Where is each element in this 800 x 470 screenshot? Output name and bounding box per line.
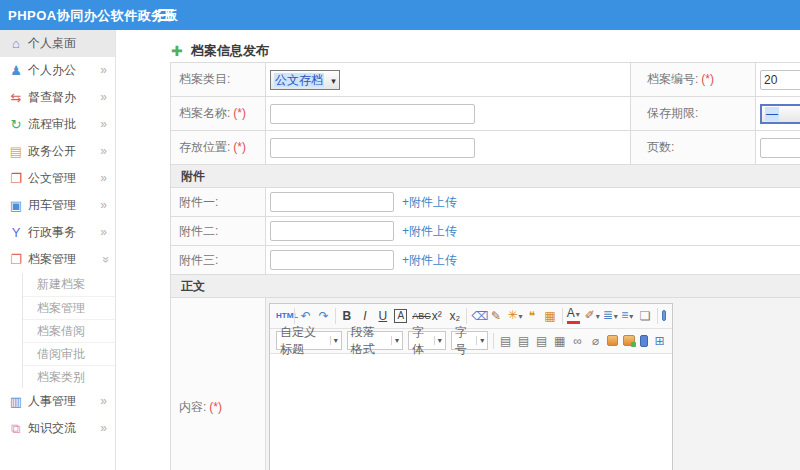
topbar: PHPOA协同办公软件政务版 — [0, 0, 800, 30]
insert-image-icon[interactable] — [607, 335, 618, 346]
paragraph-format-combo[interactable]: 段落格式▾ — [347, 331, 403, 350]
editor-toolbar-row2: 自定义标题▾ 段落格式▾ 字体▾ 字号▾ ▤ ▤ ▤ ▦ ∞ ⌀ — [270, 329, 672, 354]
archive-submenu: 新建档案 档案管理 档案借阅 借阅审批 档案类别 — [22, 273, 115, 388]
home-icon: ⌂ — [8, 30, 24, 57]
link-icon[interactable]: ∞ — [571, 332, 584, 350]
rich-text-editor: HTML ↶ ↷ B I U A ABC x² x₂ ⌫ — [269, 303, 673, 470]
format-brush-icon[interactable]: ✎ — [490, 307, 503, 325]
location-label: 存放位置:(*) — [171, 131, 266, 165]
unlink-icon[interactable]: ⌀ — [589, 332, 602, 350]
attachment3-input[interactable] — [270, 250, 394, 270]
blockquote-icon[interactable]: ❝ — [526, 307, 539, 325]
category-select[interactable]: 公文存档 ▾ — [270, 70, 340, 90]
bold-button[interactable]: B — [340, 307, 353, 325]
submenu-item-archive-borrow[interactable]: 档案借阅 — [23, 319, 115, 342]
ordered-list-button[interactable]: ≣▾ — [603, 306, 616, 326]
shuffle-icon: ⇆ — [8, 84, 24, 111]
chevron-right-icon: » — [100, 415, 107, 442]
subscript-button[interactable]: x₂ — [448, 307, 461, 325]
fullscreen-icon[interactable] — [662, 310, 666, 321]
font-size-combo[interactable]: 字号▾ — [451, 331, 489, 350]
underline-button[interactable]: U — [376, 307, 389, 325]
chevron-right-icon: » — [100, 57, 107, 84]
car-icon: ▣ — [8, 192, 24, 219]
justify-button[interactable]: ▦ — [553, 332, 566, 350]
user-icon: ♟ — [8, 57, 24, 84]
font-color-button[interactable]: A▾ — [567, 307, 580, 324]
sidebar-item-label: 用车管理 — [28, 198, 76, 212]
superscript-button[interactable]: x² — [430, 307, 443, 325]
sidebar-item-hr-mgmt[interactable]: ▥ 人事管理 » — [0, 388, 115, 415]
sidebar-item-personal-office[interactable]: ♟ 个人办公 » — [0, 57, 115, 84]
font-border-button[interactable]: A — [394, 309, 407, 323]
align-center-button[interactable]: ▤ — [517, 332, 530, 350]
table-row: 正文 — [171, 275, 800, 298]
pages-label: 页数: — [631, 131, 756, 165]
editor-content-area[interactable] — [270, 354, 672, 470]
period-select[interactable]: — — [760, 104, 800, 124]
eraser-icon[interactable]: ⌫ — [472, 307, 485, 325]
chevron-right-icon: » — [100, 111, 107, 138]
pages-input[interactable] — [760, 138, 800, 158]
attachment1-upload-link[interactable]: +附件上传 — [402, 195, 457, 209]
number-label: 档案编号:(*) — [631, 63, 756, 97]
location-input[interactable] — [270, 138, 475, 158]
sidebar-item-label: 政务公开 — [28, 144, 76, 158]
category-selected-value: 公文存档 — [274, 73, 324, 87]
attachment3-upload-link[interactable]: +附件上传 — [402, 253, 457, 267]
attachment2-input[interactable] — [270, 221, 394, 241]
refresh-icon: ↻ — [8, 111, 24, 138]
chevron-right-icon: » — [100, 192, 107, 219]
align-left-button[interactable]: ▤ — [499, 332, 512, 350]
strikethrough-button[interactable]: ABC — [412, 307, 425, 325]
insert-table-icon[interactable]: ⊞ — [653, 332, 666, 350]
table-row: 附件二: +附件上传 — [171, 217, 800, 246]
align-right-button[interactable]: ▤ — [535, 332, 548, 350]
sidebar-item-supervision[interactable]: ⇆ 督查督办 » — [0, 84, 115, 111]
font-family-combo[interactable]: 字体▾ — [408, 331, 446, 350]
sidebar-item-personal-desktop[interactable]: ⌂ 个人桌面 — [0, 30, 115, 57]
attachment2-upload-link[interactable]: +附件上传 — [402, 224, 457, 238]
plus-icon: ✚ — [171, 43, 183, 59]
editor-toolbar-row1: HTML ↶ ↷ B I U A ABC x² x₂ ⌫ — [270, 304, 672, 329]
hamburger-menu-icon[interactable] — [158, 9, 174, 21]
table-row: 附件三: +附件上传 — [171, 246, 800, 275]
submenu-item-borrow-approval[interactable]: 借阅审批 — [23, 342, 115, 365]
page-title: ✚ 档案信息发布 — [171, 41, 269, 59]
body-section-header: 正文 — [171, 275, 800, 298]
custom-title-combo[interactable]: 自定义标题▾ — [276, 331, 342, 350]
sidebar-item-official-docs[interactable]: ❐ 公文管理 » — [0, 165, 115, 192]
undo-icon[interactable]: ↶ — [299, 307, 312, 325]
table-row: 档案类目: 公文存档 ▾ 档案编号:(*) — [171, 63, 800, 97]
sidebar-item-label: 个人办公 — [28, 63, 76, 77]
book-icon: ▥ — [8, 388, 24, 415]
submenu-item-new-archive[interactable]: 新建档案 — [23, 273, 115, 296]
attachment1-input[interactable] — [270, 192, 394, 212]
unordered-list-button[interactable]: ≡▾ — [621, 306, 634, 326]
insert-media-icon[interactable] — [640, 335, 648, 347]
page-break-icon[interactable]: ❏ — [639, 307, 652, 325]
date-icon[interactable]: ▦ — [544, 307, 557, 325]
content-label: 内容:(*) — [171, 298, 266, 470]
autotypeset-icon[interactable]: ✳▾ — [508, 306, 521, 326]
submenu-item-archive-mgmt[interactable]: 档案管理 — [23, 296, 115, 319]
table-row: 内容:(*) HTML ↶ ↷ B I U A ABC x² — [171, 298, 800, 470]
upload-image-icon[interactable] — [623, 335, 634, 346]
sidebar-item-vehicle-mgmt[interactable]: ▣ 用车管理 » — [0, 192, 115, 219]
main-content: ✚ 档案信息发布 档案类目: 公文存档 ▾ 档案编号:(*) 档案名称:(*) … — [117, 30, 800, 470]
number-input[interactable] — [760, 70, 800, 90]
archive-folder-icon: ❐ — [8, 246, 24, 273]
sidebar-item-gov-disclosure[interactable]: ▤ 政务公开 » — [0, 138, 115, 165]
sidebar-item-knowledge-exchange[interactable]: ⧉ 知识交流 » — [0, 415, 115, 442]
submenu-item-archive-category[interactable]: 档案类别 — [23, 365, 115, 388]
redo-icon[interactable]: ↷ — [317, 307, 330, 325]
sidebar-item-archive-mgmt[interactable]: ❐ 档案管理 » — [0, 246, 115, 273]
sidebar-item-workflow-approval[interactable]: ↻ 流程审批 » — [0, 111, 115, 138]
html-source-button[interactable]: HTML — [276, 307, 289, 325]
sidebar-item-admin-affairs[interactable]: Y 行政事务 » — [0, 219, 115, 246]
name-input[interactable] — [270, 104, 475, 124]
highlight-pen-icon[interactable]: ✐▾ — [585, 306, 598, 326]
funnel-icon: Y — [8, 219, 24, 246]
italic-button[interactable]: I — [358, 307, 371, 325]
document-icon: ▤ — [8, 138, 24, 165]
